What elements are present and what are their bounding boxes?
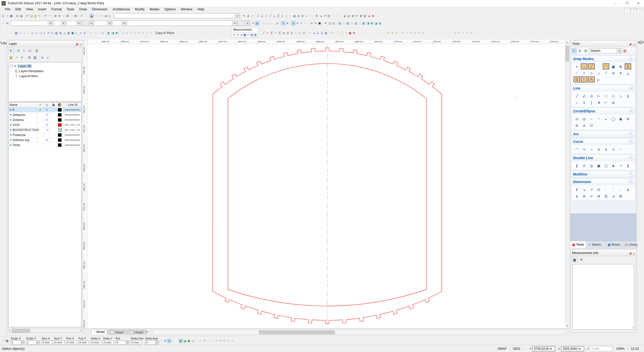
prim-face-icon[interactable]: ▣ xyxy=(71,31,74,35)
ellipse-fixed-ratio-icon[interactable]: ∅ xyxy=(588,122,595,128)
dim-leader-icon[interactable]: ↵ xyxy=(588,193,595,199)
spinner[interactable]: ▲▼ xyxy=(37,340,40,345)
tp-node-select-icon[interactable]: ⋔ xyxy=(577,48,582,53)
dline-rectangle-icon[interactable]: ▢ xyxy=(603,162,609,168)
ellipse-icon[interactable]: ⊖ xyxy=(574,122,580,128)
circle-tangent-3-icon[interactable]: ◯ xyxy=(610,116,617,122)
qd-continue-icon[interactable]: ⊤ xyxy=(335,14,339,18)
save-file-icon[interactable]: ▦ xyxy=(9,14,13,18)
print-preview-icon[interactable]: ▥ xyxy=(19,14,23,18)
snap-vertex-icon[interactable]: ╱ xyxy=(588,63,595,69)
assemble-1-icon[interactable]: ╳ xyxy=(340,31,344,35)
dline-rotated-rect-icon[interactable]: ◈ xyxy=(610,162,617,168)
menu-item-tools[interactable]: Tools xyxy=(64,7,77,12)
mod-circle-icon[interactable]: ○ xyxy=(294,31,298,35)
collapse-chevron-icon[interactable]: « xyxy=(629,180,633,184)
mode-1-icon[interactable]: ↖ xyxy=(198,339,202,343)
dim-incremental-icon[interactable]: ⊥ xyxy=(617,186,624,192)
layer-linestyle-cell[interactable] xyxy=(63,117,81,122)
canvas-vscrollbar[interactable]: ▴ ▾ xyxy=(565,40,569,328)
section-header[interactable]: Curve« xyxy=(572,139,635,145)
align-5-icon[interactable]: ↧ xyxy=(465,31,469,35)
document-tab-model[interactable]: ◔Model xyxy=(91,329,107,334)
align-2-icon[interactable]: ⇅ xyxy=(453,31,457,35)
viewport-2-icon[interactable]: ◪ xyxy=(183,339,187,343)
insp-table-icon[interactable]: ▦ xyxy=(5,339,9,343)
field-value[interactable]: 0 xyxy=(145,340,156,345)
align-1-icon[interactable]: ∷ xyxy=(449,31,453,35)
help-pointer-icon[interactable]: ↖ xyxy=(242,14,246,18)
mod-stamp-icon[interactable]: ⊡ xyxy=(286,31,290,35)
snap-tangent-icon[interactable]: ◓ xyxy=(581,70,587,76)
arc-join-icon[interactable]: ◠ xyxy=(334,31,338,35)
layer-lock-cell[interactable] xyxy=(50,133,57,137)
mode-4-icon[interactable]: ≏ xyxy=(211,339,214,343)
field-value[interactable]: 0 mm xyxy=(78,340,89,345)
panel-tab-blocks[interactable]: ▦Blocks xyxy=(606,241,623,248)
qd-multileader-icon[interactable]: ⇄ xyxy=(359,14,363,18)
dim-quicknote-icon[interactable]: Q xyxy=(603,193,609,199)
layer-visible-toggle[interactable]: ⊙ xyxy=(45,127,51,132)
zoom-selection-icon[interactable]: ⊙ xyxy=(310,21,313,25)
mod-split-icon[interactable]: ╳ xyxy=(270,31,273,35)
tp-world-icon[interactable]: ◍ xyxy=(583,48,588,53)
fence-icon[interactable]: ▣ xyxy=(275,21,279,25)
snap-node-icon[interactable]: ∙ xyxy=(595,63,602,69)
view-box-2-icon[interactable]: □ xyxy=(342,21,346,25)
prim-prism-icon[interactable]: ◇ xyxy=(34,31,38,35)
send-document-icon[interactable]: ▷ xyxy=(108,14,112,18)
layer-visible-toggle[interactable]: ⊙ xyxy=(44,122,50,127)
surface-2-icon[interactable]: ◐ xyxy=(93,31,97,35)
close-button[interactable]: ✕ xyxy=(633,0,644,7)
measurement-info-list[interactable]: ▴ ▾ xyxy=(572,264,634,330)
array-2-icon[interactable]: ∷ xyxy=(405,31,409,35)
qg-multiline-icon[interactable]: △ xyxy=(272,14,276,18)
zoom-out-icon[interactable]: ⊖ xyxy=(58,14,61,18)
field-value[interactable]: 0 mm xyxy=(66,340,77,345)
prim-extrude-icon[interactable]: ⊓ xyxy=(47,31,50,35)
property-combo-2[interactable] xyxy=(53,21,66,26)
view-box-8-icon[interactable]: ◨ xyxy=(366,21,370,25)
prim-revolve-icon[interactable]: ⊔ xyxy=(51,31,54,35)
dim-radius-icon[interactable]: ⌀ xyxy=(574,193,580,199)
layer-row[interactable]: ≣0✔⊙ xyxy=(9,107,81,112)
re-pen-icon[interactable]: ✎ xyxy=(642,40,644,44)
mod-hatch-icon[interactable]: ≋ xyxy=(282,31,286,35)
scroll-left-icon[interactable]: ◂ xyxy=(7,329,11,332)
layer-color-swatch[interactable] xyxy=(57,117,63,122)
camera-icon[interactable]: ▣ xyxy=(318,21,321,25)
snap-none-icon[interactable]: ⌖ xyxy=(574,63,580,69)
fillet-icon[interactable]: ⌐ xyxy=(308,31,312,35)
chamfer-icon[interactable]: ⊿ xyxy=(312,31,316,35)
snap-apparent-icon[interactable]: Λ xyxy=(588,76,595,82)
paste-2-icon[interactable]: ▤ xyxy=(332,21,336,25)
property-combo-8[interactable] xyxy=(237,21,250,26)
bool-subtract-icon[interactable]: ◨ xyxy=(111,31,115,35)
spinner[interactable]: ▲▼ xyxy=(156,340,159,345)
mode-5-icon[interactable]: ⊘ xyxy=(215,339,218,343)
apply-icon[interactable]: ✔ xyxy=(19,55,25,60)
snap-angle-icon[interactable]: ◔ xyxy=(94,14,98,18)
view-box-11-icon[interactable]: ▧ xyxy=(378,21,382,25)
qd-quicknote-icon[interactable]: Q xyxy=(363,14,367,18)
spell-check-icon[interactable]: ✔ xyxy=(80,14,84,18)
menu-item-edit[interactable]: Edit xyxy=(13,7,23,12)
prim-hemisphere-icon[interactable]: ◗ xyxy=(26,31,30,35)
copy-icon[interactable]: ❏ xyxy=(29,14,33,18)
layer-row[interactable]: ≣$CONSTRUCTION⊙ xyxy=(9,127,81,133)
layer-color-swatch[interactable] xyxy=(57,112,63,117)
menu-item-file[interactable]: File xyxy=(3,7,13,12)
qd-tolerance-icon[interactable]: ⊞ xyxy=(371,14,375,18)
show-all-icon[interactable]: ⊙ xyxy=(39,55,45,60)
tab-scroll-left[interactable]: ◂ xyxy=(146,330,147,333)
assemble-3-icon[interactable]: ▣ xyxy=(348,31,352,35)
layer-stack-icon[interactable]: ≣ xyxy=(5,21,9,25)
view-box-3-icon[interactable]: ▧ xyxy=(346,21,350,25)
qg-circle2-icon[interactable]: ◌ xyxy=(289,14,292,18)
dim-angular-icon[interactable]: ∡ xyxy=(625,186,631,192)
frame-outline-outer[interactable] xyxy=(213,48,442,324)
snap-vertical-icon[interactable]: ⊤ xyxy=(603,70,609,76)
scroll-up-icon[interactable]: ▴ xyxy=(632,265,633,267)
expand-chevron-icon[interactable]: « xyxy=(629,172,633,177)
dim-continue-icon[interactable]: ⊤ xyxy=(610,186,617,192)
